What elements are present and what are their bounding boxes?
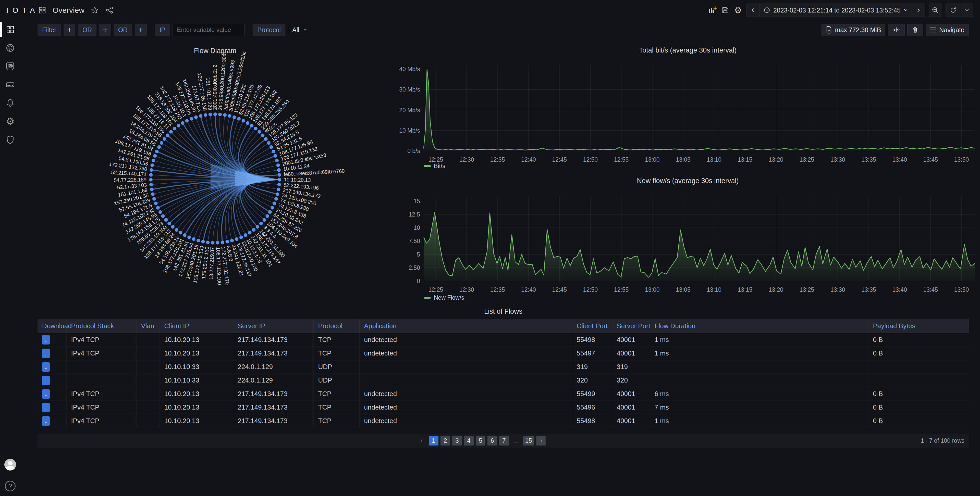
flow-node-dot[interactable] [149, 173, 153, 177]
flow-node-dot[interactable] [274, 154, 277, 158]
add-or-button[interactable]: + [99, 24, 111, 36]
flow-node-dot[interactable] [274, 197, 278, 201]
flow-node-dot[interactable] [181, 121, 185, 125]
flow-node-dot[interactable] [269, 145, 273, 149]
add-or2-button[interactable]: + [135, 24, 146, 36]
flow-node-dot[interactable] [278, 173, 281, 177]
save-dashboard-icon[interactable] [721, 6, 730, 15]
flow-node-dot[interactable] [216, 241, 220, 244]
page-button-6[interactable]: 6 [487, 436, 497, 445]
total-bits-legend[interactable]: Bit/s [424, 163, 445, 170]
flow-node-dot[interactable] [264, 137, 268, 141]
page-button-3[interactable]: 3 [452, 436, 462, 445]
flow-node-dot[interactable] [159, 211, 162, 214]
prev-page-button[interactable]: ‹ [417, 436, 427, 445]
flow-node-dot[interactable] [250, 124, 254, 127]
flow-node-dot[interactable] [230, 239, 234, 242]
flow-node-dot[interactable] [248, 231, 251, 235]
flow-node-dot[interactable] [223, 113, 227, 117]
flow-node-dot[interactable] [252, 228, 256, 232]
column-header-client-ip[interactable]: Client IP [159, 319, 233, 333]
flow-node-dot[interactable] [270, 206, 274, 210]
flow-node-dot[interactable] [272, 202, 276, 205]
sidebar-item-alerting[interactable] [0, 94, 21, 112]
flow-node-dot[interactable] [189, 117, 193, 120]
flow-node-label[interactable]: 108.177.119.100 [215, 247, 222, 285]
flow-node-dot[interactable] [218, 113, 222, 116]
new-flows-legend[interactable]: New Flow/s [424, 294, 464, 301]
flow-node-dot[interactable] [239, 236, 243, 239]
filter-variable-label[interactable]: Filter [38, 24, 61, 36]
refresh-button[interactable] [946, 4, 961, 17]
flow-node-dot[interactable] [208, 113, 212, 116]
flow-node-dot[interactable] [166, 133, 169, 137]
download-flow-button[interactable]: ↓ [42, 389, 50, 399]
flow-node-dot[interactable] [175, 228, 178, 232]
next-page-button[interactable]: › [536, 436, 546, 445]
flow-node-dot[interactable] [211, 241, 215, 244]
flow-node-dot[interactable] [185, 119, 189, 123]
column-header-flow-duration[interactable]: Flow Duration [650, 319, 868, 333]
page-button-7[interactable]: 7 [499, 436, 509, 445]
flow-node-dot[interactable] [275, 192, 279, 196]
column-header-server-ip[interactable]: Server IP [233, 319, 313, 333]
flow-node-dot[interactable] [266, 214, 269, 218]
flow-node-dot[interactable] [187, 236, 191, 239]
flow-node-dot[interactable] [151, 158, 155, 162]
flow-node-dot[interactable] [201, 240, 205, 244]
flow-node-dot[interactable] [277, 163, 280, 167]
column-header-server-port[interactable]: Server Port [612, 319, 650, 333]
flow-node-dot[interactable] [197, 239, 200, 242]
column-header-vlan[interactable]: Vlan [136, 319, 159, 333]
or-variable-label[interactable]: OR [78, 24, 97, 36]
add-panel-icon[interactable] [708, 6, 717, 15]
time-forward-button[interactable] [912, 4, 925, 17]
flow-node-dot[interactable] [268, 211, 272, 214]
flow-node-dot[interactable] [199, 114, 202, 118]
page-button-1[interactable]: 1 [429, 436, 438, 445]
flow-node-dot[interactable] [194, 116, 198, 119]
refresh-interval-dropdown[interactable] [961, 4, 973, 17]
column-header-download[interactable]: Download [38, 319, 66, 333]
flow-diagram[interactable]: 2001:49f0:d0db:2::22605:9880:200:1200:30… [38, 43, 393, 303]
flow-node-label[interactable]: 54.77.228.189 [114, 177, 146, 183]
column-header-client-port[interactable]: Client Port [572, 319, 612, 333]
protocol-select[interactable]: All [288, 24, 311, 36]
flow-node-dot[interactable] [155, 150, 159, 153]
sidebar-item-security[interactable] [0, 131, 21, 149]
flow-node-dot[interactable] [244, 233, 247, 237]
favorite-star-icon[interactable] [90, 6, 99, 15]
flow-node-dot[interactable] [275, 158, 279, 162]
flow-node-dot[interactable] [183, 233, 186, 237]
download-flow-button[interactable]: ↓ [42, 403, 50, 412]
navigate-button[interactable]: Navigate [926, 24, 969, 36]
download-flow-button[interactable]: ↓ [42, 416, 50, 426]
zoom-out-time-icon[interactable] [929, 3, 942, 17]
delete-button[interactable] [907, 24, 923, 36]
download-flow-button[interactable]: ↓ [42, 335, 50, 344]
flow-node-dot[interactable] [173, 127, 177, 130]
flow-node-dot[interactable] [150, 168, 153, 172]
flow-node-dot[interactable] [277, 168, 281, 172]
download-flow-button[interactable]: ↓ [42, 376, 50, 385]
flow-node-dot[interactable] [261, 133, 264, 137]
column-header-payload-bytes[interactable]: Payload Bytes [868, 319, 969, 333]
flow-node-dot[interactable] [169, 130, 173, 134]
column-header-protocol[interactable]: Protocol [313, 319, 360, 333]
sidebar-item-storage[interactable] [0, 76, 21, 94]
time-range-picker[interactable]: 2023-02-03 12:21:14 to 2023-02-03 13:52:… [759, 4, 912, 17]
sidebar-item-settings[interactable]: ⚙ [0, 112, 21, 131]
flow-node-dot[interactable] [192, 238, 196, 241]
sidebar-item-aperture[interactable] [0, 39, 21, 57]
flow-node-dot[interactable] [150, 163, 154, 167]
flow-node-dot[interactable] [221, 241, 224, 244]
column-header-protocol-stack[interactable]: Protocol Stack [66, 319, 136, 333]
flow-node-dot[interactable] [160, 141, 163, 145]
flow-node-dot[interactable] [149, 178, 153, 182]
flow-node-dot[interactable] [161, 214, 165, 218]
flow-node-dot[interactable] [213, 113, 217, 116]
flow-node-dot[interactable] [259, 222, 263, 225]
ip-variable-input[interactable] [172, 24, 245, 36]
flow-node-dot[interactable] [149, 183, 153, 186]
flow-node-dot[interactable] [225, 240, 229, 244]
